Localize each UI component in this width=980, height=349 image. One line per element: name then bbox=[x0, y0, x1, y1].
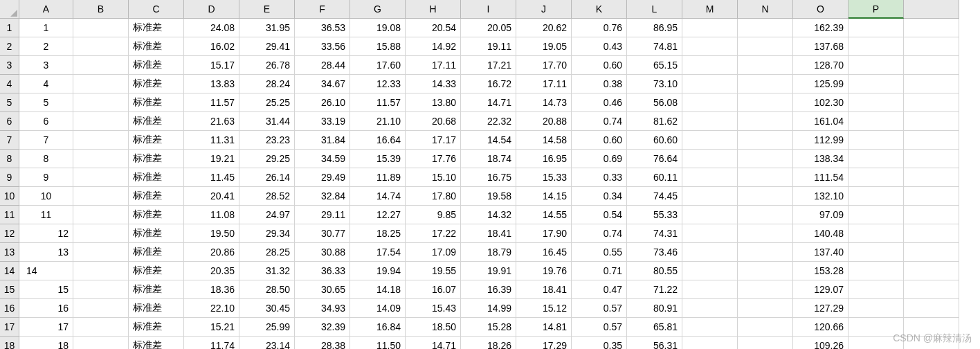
cell-C5[interactable]: 标准差 bbox=[129, 93, 184, 112]
cell-B16[interactable] bbox=[73, 299, 129, 318]
column-header-A[interactable]: A bbox=[19, 0, 73, 19]
cell-L11[interactable]: 55.33 bbox=[627, 206, 682, 224]
cell-E18[interactable]: 23.14 bbox=[239, 337, 295, 349]
cell-K9[interactable]: 0.33 bbox=[572, 168, 627, 187]
cell-B11[interactable] bbox=[73, 206, 129, 224]
cell-C1[interactable]: 标准差 bbox=[129, 19, 184, 37]
cell-F14[interactable]: 36.33 bbox=[295, 262, 350, 280]
cell-D8[interactable]: 19.21 bbox=[184, 150, 239, 168]
cell-A3[interactable]: 3 bbox=[19, 56, 73, 75]
cell-D4[interactable]: 13.83 bbox=[184, 75, 239, 93]
cell-I11[interactable]: 14.32 bbox=[461, 206, 516, 224]
cell-P16[interactable] bbox=[849, 299, 904, 318]
cell-O16[interactable]: 127.29 bbox=[793, 299, 849, 318]
cell-A7[interactable]: 7 bbox=[19, 131, 73, 150]
cell-M10[interactable] bbox=[682, 187, 738, 206]
cell-D9[interactable]: 11.45 bbox=[184, 168, 239, 187]
cell-C14[interactable]: 标准差 bbox=[129, 262, 184, 280]
cell-J3[interactable]: 17.70 bbox=[516, 56, 572, 75]
cell-K8[interactable]: 0.69 bbox=[572, 150, 627, 168]
cell-A12[interactable]: 12 bbox=[19, 224, 73, 243]
cell-B5[interactable] bbox=[73, 93, 129, 112]
cell-M14[interactable] bbox=[682, 262, 738, 280]
cell-J17[interactable]: 14.81 bbox=[516, 318, 572, 337]
cell-H11[interactable]: 9.85 bbox=[406, 206, 461, 224]
cell-E15[interactable]: 28.50 bbox=[239, 280, 295, 299]
cell-H18[interactable]: 14.71 bbox=[406, 337, 461, 349]
cell-P4[interactable] bbox=[849, 75, 904, 93]
column-header-D[interactable]: D bbox=[184, 0, 239, 19]
cell-G2[interactable]: 15.88 bbox=[350, 37, 406, 56]
cell-E3[interactable]: 26.78 bbox=[239, 56, 295, 75]
cell-E10[interactable]: 28.52 bbox=[239, 187, 295, 206]
cell-A5[interactable]: 5 bbox=[19, 93, 73, 112]
cell-D18[interactable]: 11.74 bbox=[184, 337, 239, 349]
cell-P15[interactable] bbox=[849, 280, 904, 299]
cell-C10[interactable]: 标准差 bbox=[129, 187, 184, 206]
cell-J13[interactable]: 16.45 bbox=[516, 243, 572, 262]
cell-E6[interactable]: 31.44 bbox=[239, 112, 295, 131]
cell-P10[interactable] bbox=[849, 187, 904, 206]
cell-overflow-13[interactable] bbox=[904, 243, 959, 262]
cell-N6[interactable] bbox=[738, 112, 793, 131]
select-all-corner[interactable] bbox=[0, 0, 19, 19]
cell-L15[interactable]: 71.22 bbox=[627, 280, 682, 299]
cell-overflow-7[interactable] bbox=[904, 131, 959, 150]
cell-J9[interactable]: 15.33 bbox=[516, 168, 572, 187]
cell-J16[interactable]: 15.12 bbox=[516, 299, 572, 318]
cell-P9[interactable] bbox=[849, 168, 904, 187]
cell-C16[interactable]: 标准差 bbox=[129, 299, 184, 318]
cell-K10[interactable]: 0.34 bbox=[572, 187, 627, 206]
cell-K6[interactable]: 0.74 bbox=[572, 112, 627, 131]
cell-L4[interactable]: 73.10 bbox=[627, 75, 682, 93]
cell-P13[interactable] bbox=[849, 243, 904, 262]
row-header-17[interactable]: 17 bbox=[0, 318, 19, 337]
cell-I17[interactable]: 15.28 bbox=[461, 318, 516, 337]
cell-P3[interactable] bbox=[849, 56, 904, 75]
cell-B10[interactable] bbox=[73, 187, 129, 206]
cell-P2[interactable] bbox=[849, 37, 904, 56]
cell-L2[interactable]: 74.81 bbox=[627, 37, 682, 56]
cell-O2[interactable]: 137.68 bbox=[793, 37, 849, 56]
cell-overflow-12[interactable] bbox=[904, 224, 959, 243]
cell-K11[interactable]: 0.54 bbox=[572, 206, 627, 224]
cell-I13[interactable]: 18.79 bbox=[461, 243, 516, 262]
cell-J5[interactable]: 14.73 bbox=[516, 93, 572, 112]
cell-D11[interactable]: 11.08 bbox=[184, 206, 239, 224]
cell-B12[interactable] bbox=[73, 224, 129, 243]
cell-B18[interactable] bbox=[73, 337, 129, 349]
cell-O11[interactable]: 97.09 bbox=[793, 206, 849, 224]
cell-N8[interactable] bbox=[738, 150, 793, 168]
row-header-4[interactable]: 4 bbox=[0, 75, 19, 93]
cell-J7[interactable]: 14.58 bbox=[516, 131, 572, 150]
cell-L12[interactable]: 74.31 bbox=[627, 224, 682, 243]
cell-M18[interactable] bbox=[682, 337, 738, 349]
cell-C4[interactable]: 标准差 bbox=[129, 75, 184, 93]
cell-overflow-11[interactable] bbox=[904, 206, 959, 224]
cell-N7[interactable] bbox=[738, 131, 793, 150]
cell-G14[interactable]: 19.94 bbox=[350, 262, 406, 280]
cell-A15[interactable]: 15 bbox=[19, 280, 73, 299]
cell-D15[interactable]: 18.36 bbox=[184, 280, 239, 299]
cell-A8[interactable]: 8 bbox=[19, 150, 73, 168]
cell-I14[interactable]: 19.91 bbox=[461, 262, 516, 280]
cell-M8[interactable] bbox=[682, 150, 738, 168]
cell-C12[interactable]: 标准差 bbox=[129, 224, 184, 243]
cell-A6[interactable]: 6 bbox=[19, 112, 73, 131]
cell-F10[interactable]: 32.84 bbox=[295, 187, 350, 206]
cell-overflow-3[interactable] bbox=[904, 56, 959, 75]
cell-H3[interactable]: 17.11 bbox=[406, 56, 461, 75]
cell-G4[interactable]: 12.33 bbox=[350, 75, 406, 93]
cell-E11[interactable]: 24.97 bbox=[239, 206, 295, 224]
cell-O4[interactable]: 125.99 bbox=[793, 75, 849, 93]
cell-L7[interactable]: 60.60 bbox=[627, 131, 682, 150]
cell-P14[interactable] bbox=[849, 262, 904, 280]
cell-overflow-17[interactable] bbox=[904, 318, 959, 337]
cell-overflow-10[interactable] bbox=[904, 187, 959, 206]
cell-D12[interactable]: 19.50 bbox=[184, 224, 239, 243]
cell-N13[interactable] bbox=[738, 243, 793, 262]
column-header-L[interactable]: L bbox=[627, 0, 682, 19]
row-header-1[interactable]: 1 bbox=[0, 19, 19, 37]
cell-C3[interactable]: 标准差 bbox=[129, 56, 184, 75]
cell-K4[interactable]: 0.38 bbox=[572, 75, 627, 93]
